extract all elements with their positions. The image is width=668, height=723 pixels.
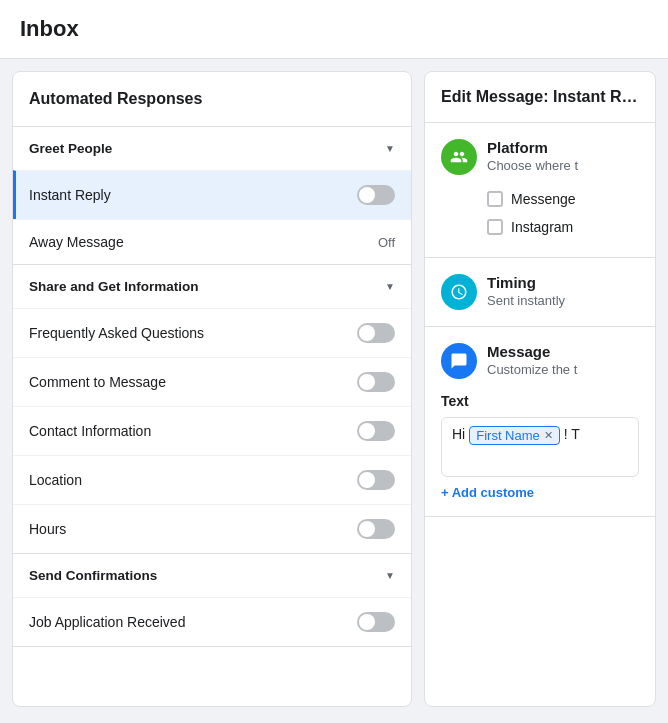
message-desc: Customize the t	[487, 362, 577, 377]
text-section: Text Hi First Name ✕ ! T + Add custome	[441, 393, 639, 500]
edit-section-message: Message Customize the t Text Hi First Na…	[425, 327, 655, 517]
toggle-slider-faq	[357, 323, 395, 343]
section-header-confirmations[interactable]: Send Confirmations ▼	[13, 554, 411, 597]
instant-reply-toggle[interactable]	[357, 185, 395, 205]
list-item-hours[interactable]: Hours	[13, 504, 411, 553]
edit-section-platform-top: Platform Choose where t	[441, 139, 639, 175]
away-message-value: Off	[378, 235, 395, 250]
text-input-area[interactable]: Hi First Name ✕ ! T	[441, 417, 639, 477]
text-after: ! T	[564, 426, 580, 442]
section-send-confirmations: Send Confirmations ▼ Job Application Rec…	[13, 554, 411, 647]
list-item-comment-to-message[interactable]: Comment to Message	[13, 357, 411, 406]
toggle-slider-comment	[357, 372, 395, 392]
job-application-label: Job Application Received	[29, 614, 185, 630]
message-title: Message	[487, 343, 577, 360]
chevron-down-icon-confirmations: ▼	[385, 570, 395, 581]
right-panel-header: Edit Message: Instant Reply	[425, 72, 655, 123]
text-prefix: Hi	[452, 426, 465, 442]
message-icon	[450, 352, 468, 370]
toggle-slider-contact	[357, 421, 395, 441]
comment-message-label: Comment to Message	[29, 374, 166, 390]
clock-icon	[450, 283, 468, 301]
message-text: Message Customize the t	[487, 343, 577, 377]
left-panel: Automated Responses Greet People ▼ Insta…	[12, 71, 412, 707]
main-content: Automated Responses Greet People ▼ Insta…	[0, 59, 668, 719]
section-greet-people: Greet People ▼ Instant Reply Away Messag…	[13, 127, 411, 265]
platform-option-messenger: Messenge	[487, 185, 639, 213]
message-icon-circle	[441, 343, 477, 379]
edit-section-timing-top: Timing Sent instantly	[441, 274, 639, 310]
away-message-label: Away Message	[29, 234, 124, 250]
platform-title: Platform	[487, 139, 578, 156]
instant-reply-label: Instant Reply	[29, 187, 111, 203]
people-icon	[450, 148, 468, 166]
messenger-label: Messenge	[511, 191, 576, 207]
timing-text: Timing Sent instantly	[487, 274, 565, 308]
location-label: Location	[29, 472, 82, 488]
chevron-down-icon: ▼	[385, 143, 395, 154]
list-item-location[interactable]: Location	[13, 455, 411, 504]
contact-info-toggle[interactable]	[357, 421, 395, 441]
text-chip-firstname[interactable]: First Name ✕	[469, 426, 560, 445]
instagram-label: Instagram	[511, 219, 573, 235]
section-header-label-confirmations: Send Confirmations	[29, 568, 157, 583]
edit-section-message-top: Message Customize the t	[441, 343, 639, 379]
comment-message-toggle[interactable]	[357, 372, 395, 392]
contact-info-label: Contact Information	[29, 423, 151, 439]
toggle-slider-job	[357, 612, 395, 632]
chevron-down-icon-share: ▼	[385, 281, 395, 292]
list-item-faq[interactable]: Frequently Asked Questions	[13, 308, 411, 357]
section-header-label-share: Share and Get Information	[29, 279, 199, 294]
edit-section-timing: Timing Sent instantly	[425, 258, 655, 327]
text-label: Text	[441, 393, 639, 409]
list-item-instant-reply[interactable]: Instant Reply	[13, 170, 411, 219]
job-application-toggle[interactable]	[357, 612, 395, 632]
platform-text: Platform Choose where t	[487, 139, 578, 173]
platform-options: Messenge Instagram	[441, 185, 639, 241]
messenger-checkbox[interactable]	[487, 191, 503, 207]
chip-close-icon[interactable]: ✕	[544, 429, 553, 442]
hours-toggle[interactable]	[357, 519, 395, 539]
list-item-job-application[interactable]: Job Application Received	[13, 597, 411, 646]
toggle-slider-hours	[357, 519, 395, 539]
right-panel: Edit Message: Instant Reply Platform Cho…	[424, 71, 656, 707]
section-header-label: Greet People	[29, 141, 112, 156]
chip-label: First Name	[476, 428, 540, 443]
faq-label: Frequently Asked Questions	[29, 325, 204, 341]
panel-header: Automated Responses	[13, 72, 411, 127]
platform-desc: Choose where t	[487, 158, 578, 173]
platform-option-instagram: Instagram	[487, 213, 639, 241]
section-share-info: Share and Get Information ▼ Frequently A…	[13, 265, 411, 554]
location-toggle[interactable]	[357, 470, 395, 490]
instagram-checkbox[interactable]	[487, 219, 503, 235]
timing-desc: Sent instantly	[487, 293, 565, 308]
hours-label: Hours	[29, 521, 66, 537]
page-header: Inbox	[0, 0, 668, 59]
timing-title: Timing	[487, 274, 565, 291]
faq-toggle[interactable]	[357, 323, 395, 343]
section-header-greet-people[interactable]: Greet People ▼	[13, 127, 411, 170]
add-customize-link[interactable]: + Add custome	[441, 477, 639, 500]
timing-icon-circle	[441, 274, 477, 310]
section-header-share-info[interactable]: Share and Get Information ▼	[13, 265, 411, 308]
edit-section-platform: Platform Choose where t Messenge Instagr…	[425, 123, 655, 258]
toggle-slider-location	[357, 470, 395, 490]
toggle-slider	[357, 185, 395, 205]
page-title: Inbox	[20, 16, 648, 42]
list-item-away-message[interactable]: Away Message Off	[13, 219, 411, 264]
platform-icon-circle	[441, 139, 477, 175]
list-item-contact-info[interactable]: Contact Information	[13, 406, 411, 455]
